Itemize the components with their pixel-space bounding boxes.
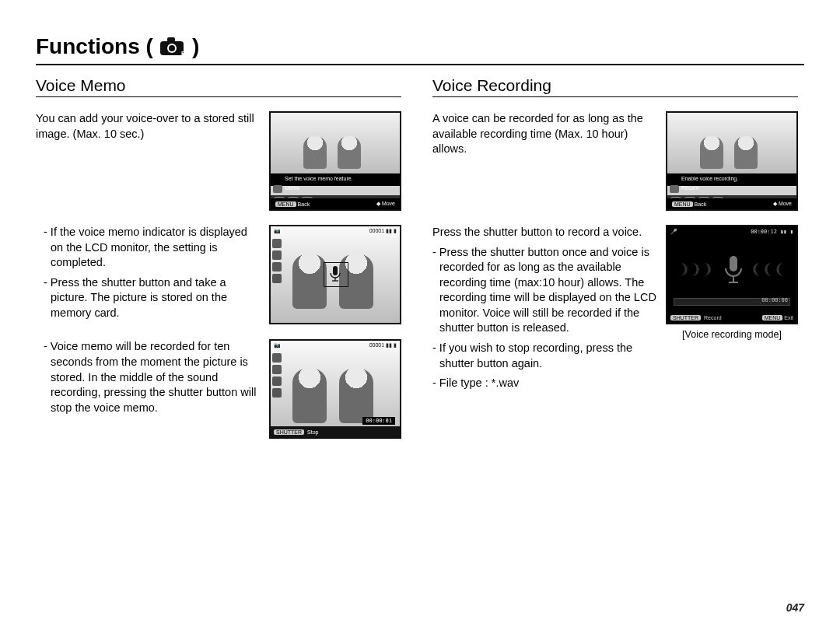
microphone-icon (273, 185, 282, 193)
dpad-icon: ◆ (773, 201, 777, 206)
bar-time: 00:00:00 (761, 297, 788, 303)
exit-label: Exit (784, 315, 793, 321)
step-recording: - Voice memo will be recorded for ten se… (51, 339, 260, 415)
step-indicator: - If the voice memo indicator is display… (51, 225, 260, 271)
frame-counter: 00001 (369, 342, 384, 348)
sound-wave-icon: ❩❩❩ (751, 261, 786, 278)
step-stop: - If you wish to stop recording, press t… (439, 341, 656, 371)
svg-point-3 (169, 45, 175, 51)
column-voice-memo: Voice Memo You can add your voice-over t… (36, 76, 401, 453)
side-icon (272, 239, 282, 248)
svg-text:Fn: Fn (181, 50, 186, 57)
move-label: Move (779, 201, 792, 206)
svg-rect-1 (167, 37, 175, 42)
voice-recording-heading: Voice Recording (432, 76, 798, 95)
elapsed-time: 00:00:12 (751, 229, 777, 235)
shutter-tag: SHUTTER (670, 315, 701, 321)
voice-recording-divider (432, 96, 798, 97)
side-icon (272, 274, 282, 283)
voice-memo-capture-screenshot: 📷00001 ▮▮ ▮ (269, 225, 401, 324)
page-number: 047 (786, 601, 804, 614)
move-label: Move (382, 201, 395, 206)
menu-banner: Enable voice recording. (667, 173, 796, 186)
frame-counter: 00001 (369, 228, 384, 233)
svg-rect-5 (333, 266, 338, 275)
rec-mode-icon: 🎤 (670, 229, 677, 235)
back-label: Back (298, 201, 310, 207)
menu-banner: Set the voice memo feature. (271, 173, 400, 186)
menu-item-memo: Memo (285, 185, 299, 191)
menu-item-record: Record (681, 185, 699, 191)
svg-rect-8 (730, 256, 737, 271)
step-take-picture: - Press the shutter button and take a pi… (51, 275, 260, 321)
microphone-icon (670, 185, 679, 193)
menu-tag: MENU (672, 201, 693, 207)
side-icon (272, 250, 282, 260)
screenshot-caption: [Voice recording mode] (666, 329, 798, 340)
menu-tag: MENU (275, 201, 296, 207)
voice-recording-steps: Press the shutter button to record a voi… (432, 225, 656, 396)
camera-fn-icon: Fn (159, 37, 186, 57)
voice-memo-heading: Voice Memo (36, 76, 401, 95)
voice-memo-intro: You can add your voice-over to a stored … (36, 111, 260, 211)
voice-memo-menu-screenshot: Set the voice memo feature. Memo MENU Ba… (269, 111, 401, 211)
page-title: Functions ( Fn ) (36, 34, 804, 59)
voice-memo-step-text: - If the voice memo indicator is display… (36, 225, 260, 325)
title-text-open: Functions ( (36, 34, 153, 59)
progress-bar: 00:00:00 (674, 298, 790, 306)
title-divider (36, 64, 804, 65)
dpad-icon: ◆ (376, 201, 380, 206)
record-label: Record (704, 315, 722, 321)
column-voice-recording: Voice Recording A voice can be recorded … (432, 76, 798, 453)
side-icon (272, 262, 282, 271)
voice-recording-menu-screenshot: Enable voice recording. Record MENU Back… (666, 111, 798, 211)
menu-tag: MENU (762, 315, 783, 321)
back-label: Back (695, 201, 707, 207)
file-type: - File type : *.wav (439, 376, 656, 391)
shutter-tag: SHUTTER (274, 429, 304, 435)
voice-memo-divider (36, 96, 401, 97)
title-text-close: ) (192, 34, 199, 59)
side-icon (272, 353, 282, 363)
step-press-once: - Press the shutter button once and voic… (439, 245, 656, 336)
voice-memo-recording-text: - Voice memo will be recorded for ten se… (36, 339, 260, 439)
voice-recording-mode-screenshot: 🎤00:00:12 ▮▮ ▮ ❩❩❩ ❩❩❩ 00:00:00 SHUTTER … (666, 225, 798, 324)
voice-memo-indicator-icon (327, 265, 343, 282)
sound-wave-icon: ❩❩❩ (678, 261, 713, 278)
microphone-large-icon (722, 254, 745, 285)
side-icon (272, 377, 282, 386)
side-icon (272, 365, 282, 374)
voice-memo-recording-screenshot: 📷00001 ▮▮ ▮ 00:00:01 SHUTTERStop (269, 339, 401, 439)
stop-label: Stop (307, 429, 318, 435)
step-lead: Press the shutter button to record a voi… (432, 225, 656, 240)
recording-timer: 00:00:01 (362, 417, 395, 425)
side-icon (272, 388, 282, 398)
voice-recording-intro: A voice can be recorded for as long as t… (432, 111, 656, 211)
